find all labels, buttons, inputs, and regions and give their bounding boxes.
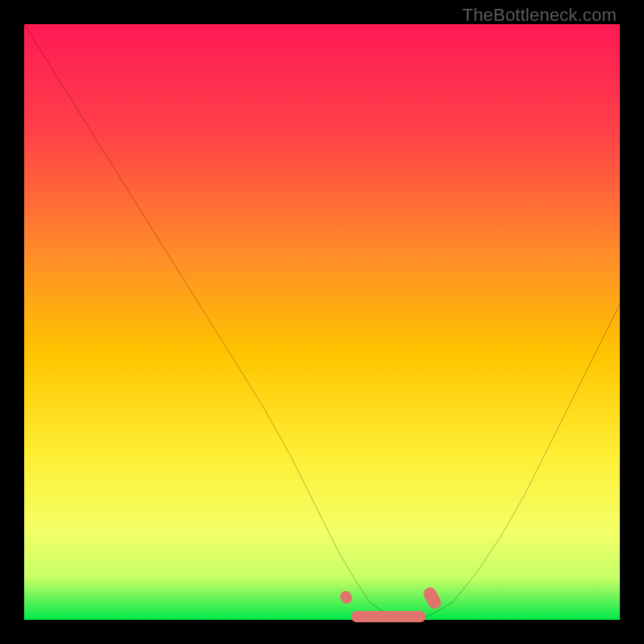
- chart-frame: TheBottleneck.com: [0, 0, 644, 644]
- watermark-text: TheBottleneck.com: [462, 5, 617, 26]
- optimal-marker-flat: [351, 611, 426, 622]
- plot-area: [24, 24, 620, 620]
- svg-rect-0: [24, 24, 620, 620]
- heat-gradient-background: [24, 24, 620, 620]
